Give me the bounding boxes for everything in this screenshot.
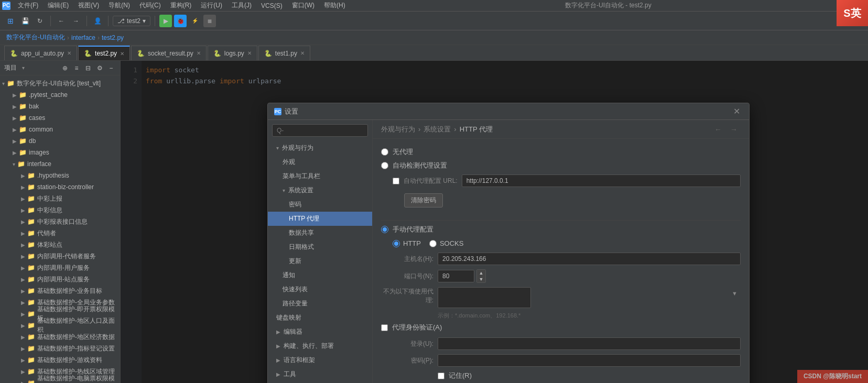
stop-button[interactable]: ■ <box>203 15 216 27</box>
port-increment-button[interactable]: ▲ <box>477 270 485 276</box>
nav-forward-button[interactable]: → <box>727 124 741 135</box>
save-button[interactable]: 💾 <box>19 15 31 27</box>
sidebar-item-base-economy[interactable]: ▶ 📁 基础数据维护-地区经济数据 <box>0 331 120 343</box>
menu-edit[interactable]: 编辑(E) <box>44 0 73 12</box>
nav-http-proxy[interactable]: HTTP 代理 <box>268 212 372 226</box>
sidebar-item-internal-user[interactable]: ▶ 📁 内部调用-用户服务 <box>0 262 120 273</box>
menu-nav[interactable]: 导航(N) <box>104 0 134 12</box>
back-button[interactable]: ← <box>55 15 68 27</box>
sidebar-item-hypothesis[interactable]: ▶ 📁 .hypothesis <box>0 170 120 181</box>
manual-proxy-radio[interactable] <box>381 226 388 233</box>
nav-quick-list[interactable]: 快速列表 <box>268 282 372 297</box>
settings-search-input[interactable] <box>272 124 368 137</box>
nav-data-sharing[interactable]: 数据共享 <box>268 226 372 240</box>
run-button[interactable]: ▶ <box>159 15 172 27</box>
menu-code[interactable]: 代码(C) <box>135 0 165 12</box>
tab-close-test1[interactable]: ✕ <box>300 50 305 56</box>
menu-run[interactable]: 运行(U) <box>197 0 226 12</box>
coverage-button[interactable]: ⚡ <box>189 15 201 27</box>
tab-logs[interactable]: 🐍 logs.py ✕ <box>208 46 257 60</box>
menu-tools[interactable]: 工具(J) <box>227 0 256 12</box>
sidebar-item-images[interactable]: ▶ 📁 images <box>0 147 120 158</box>
sidebar-toolbar-settings[interactable]: ⚙ <box>95 63 104 73</box>
tree-root[interactable]: ▾ 📁 数字化平台-UI自动化 [test_vlt] <box>0 78 120 89</box>
forward-button[interactable]: → <box>70 15 82 27</box>
remember-checkbox[interactable] <box>438 373 444 379</box>
sync-button[interactable]: ↻ <box>34 15 46 27</box>
port-input[interactable] <box>438 270 474 282</box>
nav-appearance[interactable]: ▾ 外观与行为 <box>268 141 372 155</box>
nav-keymap[interactable]: 键盘映射 <box>268 311 372 325</box>
sidebar-item-base-kpi[interactable]: ▶ 📁 基础数据维护-指标登记设置 <box>0 343 120 354</box>
menu-help[interactable]: 帮助(H) <box>320 0 350 12</box>
sidebar-toolbar-minimize[interactable]: − <box>106 63 116 73</box>
nav-tools[interactable]: ▶ 工具 <box>268 367 372 381</box>
sidebar-item-internal-agent[interactable]: ▶ 📁 内部调用-代销者服务 <box>0 250 120 262</box>
no-proxy-for-input[interactable] <box>438 287 531 308</box>
sidebar-item-agent[interactable]: ▶ 📁 代销者 <box>0 227 120 239</box>
tab-close-logs[interactable]: ✕ <box>247 50 252 56</box>
host-input[interactable] <box>438 253 741 265</box>
tab-test1[interactable]: 🐍 test1.py ✕ <box>258 46 310 60</box>
login-input[interactable] <box>438 337 741 350</box>
sidebar-item-db[interactable]: ▶ 📁 db <box>0 135 120 147</box>
debug-button[interactable]: 🐞 <box>174 15 187 27</box>
tab-test2[interactable]: 🐍 test2.py ✕ <box>78 46 130 60</box>
tab-close-app[interactable]: ✕ <box>67 50 71 56</box>
branch-selector[interactable]: ⎇ test2 ▾ <box>113 16 150 26</box>
clear-password-button[interactable]: 清除密码 <box>404 193 443 207</box>
breadcrumb-root[interactable]: 数字化平台-UI自动化 <box>6 33 65 42</box>
sidebar-item-base-population[interactable]: ▶ 📁 基础数据维护-地区人口及面积 <box>0 320 120 331</box>
menu-vcs[interactable]: VCS(S) <box>257 0 287 12</box>
nav-password[interactable]: 密码 <box>268 198 372 212</box>
nav-notifications[interactable]: 通知 <box>268 268 372 282</box>
nav-appearance-look[interactable]: 外观 <box>268 155 372 169</box>
port-decrement-button[interactable]: ▼ <box>477 276 485 282</box>
auth-checkbox[interactable] <box>381 324 388 331</box>
tab-close-socket[interactable]: ✕ <box>197 50 201 56</box>
nav-editor[interactable]: ▶ 编辑器 <box>268 325 372 339</box>
nav-menu-toolbar[interactable]: 菜单与工具栏 <box>268 169 372 183</box>
sidebar-item-zhongcai-table[interactable]: ▶ 📁 中彩报表接口信息 <box>0 216 120 227</box>
sidebar-item-cases[interactable]: ▶ 📁 cases <box>0 112 120 124</box>
tab-close-test2[interactable]: ✕ <box>120 51 124 57</box>
nav-date-format[interactable]: 日期格式 <box>268 240 372 254</box>
sidebar-item-ticai[interactable]: ▶ 📁 体彩站点 <box>0 239 120 250</box>
menu-refactor[interactable]: 重构(R) <box>166 0 196 12</box>
menu-view[interactable]: 视图(V) <box>74 0 103 12</box>
sidebar-toolbar-locate[interactable]: ⊕ <box>60 63 70 73</box>
sidebar-item-base-pc-ticket[interactable]: ▶ 📁 基础数据维护-电脑票权限模板 <box>0 377 120 383</box>
sidebar-item-common[interactable]: ▶ 📁 common <box>0 124 120 135</box>
breadcrumb-file[interactable]: test2.py <box>102 34 124 41</box>
sidebar-item-internal-site[interactable]: ▶ 📁 内部调用-站点服务 <box>0 273 120 285</box>
nav-updates[interactable]: 更新 <box>268 254 372 268</box>
breadcrumb-interface[interactable]: interface <box>71 34 95 41</box>
menu-file[interactable]: 文件(F) <box>14 0 42 12</box>
tab-socket[interactable]: 🐍 socket_result.py ✕ <box>131 46 207 60</box>
dialog-close-button[interactable]: ✕ <box>730 105 743 118</box>
sidebar-item-zhongcai-info[interactable]: ▶ 📁 中彩信息 <box>0 204 120 216</box>
sidebar-item-pytest-cache[interactable]: ▶ 📁 .pytest_cache <box>0 89 120 101</box>
password-input[interactable] <box>438 354 741 367</box>
sidebar-item-interface[interactable]: ▾ 📁 interface <box>0 158 120 170</box>
menu-window[interactable]: 窗口(W) <box>288 0 319 12</box>
auto-detect-radio[interactable] <box>381 162 388 169</box>
nav-language[interactable]: ▶ 语言和框架 <box>268 353 372 367</box>
auto-config-url-input[interactable] <box>462 174 741 187</box>
sidebar-item-station[interactable]: ▶ 📁 station-biz-controller <box>0 181 120 193</box>
sidebar-toolbar-collapse[interactable]: ⊟ <box>83 63 93 73</box>
code-editor[interactable]: 1 2 import socket from urllib.parse impo… <box>121 61 868 383</box>
http-protocol-radio[interactable] <box>393 240 400 247</box>
nav-path-vars[interactable]: 路径变量 <box>268 297 372 311</box>
nav-back-button[interactable]: ← <box>711 124 725 135</box>
no-proxy-radio[interactable] <box>381 148 388 156</box>
sidebar-toolbar-expand[interactable]: ≡ <box>72 63 81 73</box>
sidebar-item-bak[interactable]: ▶ 📁 bak <box>0 101 120 112</box>
sidebar-item-zhongcai-report[interactable]: ▶ 📁 中彩上报 <box>0 193 120 204</box>
auto-config-checkbox[interactable] <box>393 178 399 184</box>
nav-system-settings[interactable]: ▾ 系统设置 <box>268 183 372 198</box>
profile-button[interactable]: 👤 <box>91 15 104 27</box>
socks-protocol-radio[interactable] <box>429 240 437 247</box>
nav-build[interactable]: ▶ 构建、执行、部署 <box>268 339 372 353</box>
tab-app-ui-auto[interactable]: 🐍 app_ui_auto.py ✕ <box>4 46 77 60</box>
